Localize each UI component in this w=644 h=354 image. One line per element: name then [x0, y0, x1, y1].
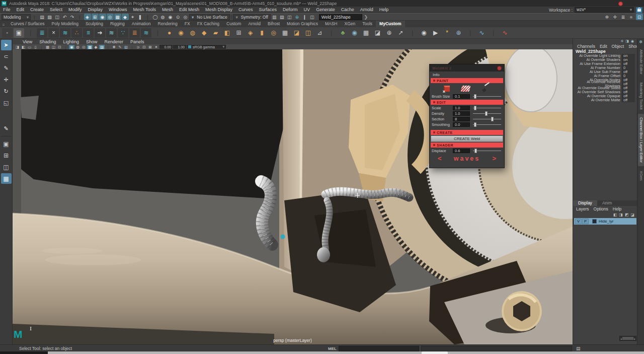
- checker-map-icon[interactable]: ▦: [361, 28, 371, 38]
- field-value-input[interactable]: 0.0: [453, 122, 470, 127]
- poly-cone-icon[interactable]: ◈: [245, 28, 256, 38]
- layout-two-pane[interactable]: ◫: [1, 162, 12, 172]
- menu-item[interactable]: Edit: [14, 7, 28, 12]
- snap-surface-icon[interactable]: ◆: [122, 14, 129, 20]
- workspace-dropdown[interactable]: wzx*▾: [575, 7, 634, 13]
- field-slider[interactable]: [473, 105, 502, 111]
- new-empty-layer-icon[interactable]: ◧: [613, 213, 617, 217]
- separator[interactable]: |: [105, 45, 111, 49]
- separator[interactable]: |: [76, 14, 84, 20]
- make-live-icon[interactable]: ◎: [182, 14, 189, 20]
- layout-custom-pane[interactable]: ▦: [1, 173, 12, 184]
- menu-item[interactable]: Curves: [235, 7, 256, 12]
- shadows-icon[interactable]: ◆: [93, 45, 99, 49]
- snap-projected-center-icon[interactable]: ◎: [107, 14, 114, 20]
- custom-script-button[interactable]: ≋: [141, 28, 151, 38]
- file-save-icon[interactable]: ◫: [54, 14, 61, 20]
- menu-item[interactable]: Mesh: [159, 7, 176, 12]
- weld-brush-icon[interactable]: [482, 85, 490, 92]
- select-tool[interactable]: ➤: [1, 40, 12, 50]
- separator[interactable]: |: [129, 45, 135, 49]
- symmetry-dropdown[interactable]: ▾Symmetry: Off: [233, 14, 270, 20]
- menu-item[interactable]: Cache: [338, 7, 357, 12]
- layer-editor-tab[interactable]: Display: [573, 200, 597, 206]
- redo-icon[interactable]: ↷: [69, 14, 76, 20]
- poly-torus-icon[interactable]: ◎: [268, 28, 279, 38]
- weld-tool-panel[interactable]: WeldKit 2 Info PAINT Brush Size 0.1 EDIT: [429, 64, 505, 168]
- menu-item[interactable]: Modify: [65, 7, 85, 12]
- field-value-input[interactable]: 1.0: [453, 111, 470, 116]
- poly-bevel-icon[interactable]: ◪: [291, 28, 302, 38]
- custom-script-button[interactable]: ➔: [95, 28, 105, 38]
- highlight-selection-icon[interactable]: ❚: [137, 14, 144, 20]
- field-slider[interactable]: [473, 148, 502, 154]
- rotate-tool[interactable]: ↻: [1, 86, 12, 97]
- menu-item[interactable]: Mesh Display: [202, 7, 235, 12]
- shader-section-header[interactable]: SHADER: [431, 143, 503, 148]
- lock-selection-icon[interactable]: ✶: [129, 14, 136, 20]
- extract-icon[interactable]: ↗: [395, 28, 406, 38]
- custom-script-button[interactable]: ≋: [60, 28, 70, 38]
- shelf-tab[interactable]: MASH: [321, 21, 341, 27]
- panel-menu-item[interactable]: Panels: [127, 39, 148, 44]
- last-tool-weld-brush[interactable]: ✎: [1, 123, 12, 134]
- custom-script-button[interactable]: ≣: [37, 28, 47, 38]
- layer-editor-menu-item[interactable]: Help: [613, 206, 621, 211]
- scale-tool[interactable]: ◱: [1, 98, 12, 108]
- ✛-channel-icon[interactable]: ✛: [620, 39, 623, 43]
- info-label[interactable]: Info: [430, 72, 504, 78]
- shelf-separator[interactable]: |: [326, 28, 337, 38]
- shelf-tab[interactable]: Poly Modeling: [48, 21, 82, 27]
- separator[interactable]: |: [39, 45, 44, 49]
- light-icon[interactable]: *: [442, 28, 452, 38]
- poly-sphere-tri-icon[interactable]: ◍: [187, 28, 198, 38]
- attribute-editor-toggle-icon[interactable]: ≣: [620, 14, 627, 20]
- layer-editor-scrollbar[interactable]: ◂▸: [619, 336, 636, 341]
- layer-visible-toggle[interactable]: V: [575, 219, 582, 224]
- menu-item[interactable]: Create: [27, 7, 47, 12]
- menu-item[interactable]: UV: [301, 7, 313, 12]
- shelf-tab[interactable]: Tools: [359, 21, 376, 27]
- shelf-separator[interactable]: |: [152, 28, 163, 38]
- bookmark-icon[interactable]: ▯: [33, 45, 38, 49]
- modeling-toolkit-toggle-icon[interactable]: ✲: [604, 14, 611, 20]
- shelf-tab[interactable]: Bifrost: [264, 21, 283, 27]
- ipr-render-icon[interactable]: ◫: [286, 14, 293, 20]
- create-weld-button[interactable]: CREATE Weld: [431, 135, 503, 142]
- paint-section-header[interactable]: PAINT: [431, 78, 503, 83]
- screen-space-ao-icon[interactable]: ▨: [99, 45, 105, 49]
- menu-item[interactable]: Windows: [106, 7, 130, 12]
- perspective-viewport[interactable]: ViewShadingLightingShowRendererPanels ◨◧…: [13, 39, 573, 344]
- menu-item[interactable]: Deform: [280, 7, 301, 12]
- field-value-input[interactable]: 0.6: [453, 149, 470, 153]
- undo-icon[interactable]: ↶: [61, 14, 68, 20]
- plugin-shapes-icon[interactable]: ✎: [117, 45, 123, 49]
- menu-item[interactable]: Help: [376, 7, 392, 12]
- move-tool[interactable]: ✛: [1, 75, 12, 85]
- xray-icon[interactable]: ▧: [123, 45, 129, 49]
- curve-smoothness-icon[interactable]: ⊃: [135, 45, 141, 49]
- shelf-tab[interactable]: Motion Graphics: [283, 21, 321, 27]
- move-layer-down-icon[interactable]: ◪: [630, 213, 634, 217]
- script-editor-icon[interactable]: ▤: [576, 346, 581, 351]
- cut-faces-icon[interactable]: ◪: [372, 28, 383, 38]
- menu-item[interactable]: Select: [47, 7, 65, 12]
- pause-viewport-icon[interactable]: ❙: [301, 14, 308, 20]
- custom-script-button[interactable]: ≡: [83, 28, 94, 38]
- gamma-field[interactable]: 1.00: [173, 45, 186, 49]
- next-shader-button[interactable]: >: [492, 156, 496, 162]
- layer-editor-tab[interactable]: Anim: [597, 200, 617, 206]
- channel-box-menu-item[interactable]: Edit: [600, 44, 607, 49]
- shelf-tab[interactable]: Sculpting: [82, 21, 107, 27]
- ◉-channel-icon[interactable]: ◉: [631, 39, 634, 43]
- mel-input-field[interactable]: [339, 346, 419, 351]
- poly-plane-icon[interactable]: ▰: [210, 28, 221, 38]
- tool-settings-toggle-icon[interactable]: ≡: [628, 14, 635, 20]
- poly-cylinder-icon[interactable]: ◧: [222, 28, 232, 38]
- display-layer-row[interactable]: V P Hide_lyr: [574, 218, 636, 225]
- dock-tab[interactable]: Attribute Editor: [638, 46, 644, 78]
- panel-menu-item[interactable]: Show: [83, 39, 101, 44]
- field-value-input[interactable]: 1.0: [453, 106, 470, 110]
- prev-shader-button[interactable]: <: [438, 156, 442, 162]
- layout-single-pane[interactable]: ▣: [1, 138, 12, 149]
